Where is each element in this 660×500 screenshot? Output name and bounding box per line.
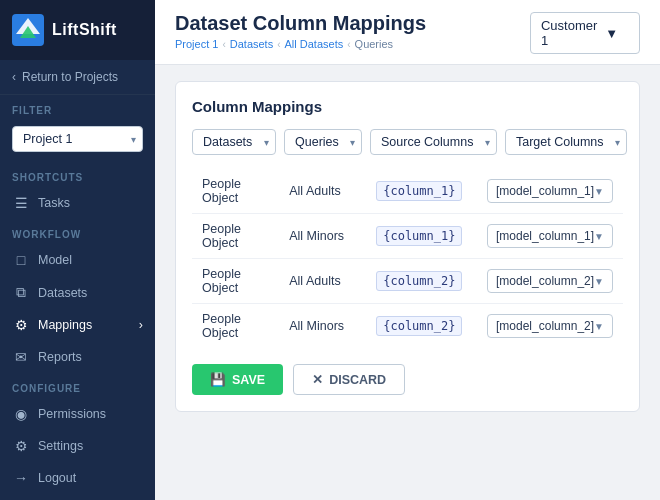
dataset-cell: People Object — [192, 304, 279, 349]
target-arrow-icon: ▼ — [594, 321, 604, 332]
query-cell: All Minors — [279, 304, 366, 349]
target-cell[interactable]: [model_column_1] ▼ — [477, 214, 623, 259]
content-area: Column Mappings Datasets Queries Source … — [155, 65, 660, 500]
breadcrumb-queries: Queries — [355, 38, 394, 50]
save-button[interactable]: 💾 SAVE — [192, 364, 283, 395]
logo-text: LiftShift — [52, 21, 117, 39]
permissions-icon: ◉ — [12, 406, 30, 422]
table-row: People Object All Adults {column_1} [mod… — [192, 169, 623, 214]
project-filter[interactable]: Project 1 — [0, 120, 155, 162]
target-arrow-icon: ▼ — [594, 186, 604, 197]
target-dropdown[interactable]: [model_column_1] ▼ — [487, 224, 613, 248]
filter-section-label: FILTER — [0, 95, 155, 120]
sidebar-item-settings[interactable]: ⚙ Settings — [0, 430, 155, 462]
discard-button[interactable]: ✕ DISCARD — [293, 364, 405, 395]
target-value: [model_column_2] — [496, 274, 594, 288]
main-content: Dataset Column Mappings Project 1 ‹ Data… — [155, 0, 660, 500]
target-cell[interactable]: [model_column_1] ▼ — [477, 169, 623, 214]
sidebar-logo: LiftShift — [0, 0, 155, 60]
model-icon: □ — [12, 252, 30, 268]
source-cell: {column_2} — [366, 304, 477, 349]
breadcrumb: Project 1 ‹ Datasets ‹ All Datasets ‹ Qu… — [175, 38, 426, 50]
breadcrumb-all-datasets[interactable]: All Datasets — [285, 38, 344, 50]
mappings-table: People Object All Adults {column_1} [mod… — [192, 169, 623, 348]
target-columns-filter[interactable]: Target Columns — [505, 129, 627, 155]
target-arrow-icon: ▼ — [594, 231, 604, 242]
settings-icon: ⚙ — [12, 438, 30, 454]
target-columns-select[interactable]: Target Columns — [506, 130, 626, 154]
target-cell[interactable]: [model_column_2] ▼ — [477, 259, 623, 304]
section-title: Column Mappings — [192, 98, 623, 115]
sidebar-item-permissions[interactable]: ◉ Permissions — [0, 398, 155, 430]
source-cell: {column_1} — [366, 169, 477, 214]
target-value: [model_column_1] — [496, 184, 594, 198]
target-dropdown[interactable]: [model_column_2] ▼ — [487, 269, 613, 293]
breadcrumb-project[interactable]: Project 1 — [175, 38, 218, 50]
liftshift-logo-icon — [12, 14, 44, 46]
breadcrumb-sep-3: ‹ — [347, 39, 350, 50]
target-value: [model_column_1] — [496, 229, 594, 243]
source-columns-filter[interactable]: Source Columns — [370, 129, 497, 155]
source-columns-select[interactable]: Source Columns — [371, 130, 496, 154]
page-header: Dataset Column Mappings Project 1 ‹ Data… — [155, 0, 660, 65]
shortcuts-section-label: SHORTCUTS — [0, 162, 155, 187]
column-mappings-card: Column Mappings Datasets Queries Source … — [175, 81, 640, 412]
breadcrumb-sep-2: ‹ — [277, 39, 280, 50]
sidebar-item-tasks[interactable]: ☰ Tasks — [0, 187, 155, 219]
target-dropdown[interactable]: [model_column_1] ▼ — [487, 179, 613, 203]
datasets-select[interactable]: Datasets — [193, 130, 275, 154]
target-cell[interactable]: [model_column_2] ▼ — [477, 304, 623, 349]
query-cell: All Minors — [279, 214, 366, 259]
query-cell: All Adults — [279, 169, 366, 214]
query-cell: All Adults — [279, 259, 366, 304]
sidebar-item-reports[interactable]: ✉ Reports — [0, 341, 155, 373]
filter-row: Datasets Queries Source Columns Target C… — [192, 129, 623, 155]
sidebar: LiftShift ‹ Return to Projects FILTER Pr… — [0, 0, 155, 500]
reports-icon: ✉ — [12, 349, 30, 365]
source-cell: {column_1} — [366, 214, 477, 259]
configure-section-label: CONFIGURE — [0, 373, 155, 398]
breadcrumb-sep-1: ‹ — [222, 39, 225, 50]
source-cell: {column_2} — [366, 259, 477, 304]
datasets-filter[interactable]: Datasets — [192, 129, 276, 155]
sidebar-item-datasets[interactable]: ⧉ Datasets — [0, 276, 155, 309]
customer-dropdown-arrow: ▼ — [605, 26, 629, 41]
target-arrow-icon: ▼ — [594, 276, 604, 287]
dataset-cell: People Object — [192, 214, 279, 259]
table-row: People Object All Adults {column_2} [mod… — [192, 259, 623, 304]
mappings-arrow-icon: › — [139, 318, 143, 332]
page-title: Dataset Column Mappings — [175, 12, 426, 35]
action-row: 💾 SAVE ✕ DISCARD — [192, 364, 623, 395]
datasets-icon: ⧉ — [12, 284, 30, 301]
save-icon: 💾 — [210, 372, 226, 387]
sidebar-item-logout[interactable]: → Logout — [0, 462, 155, 494]
back-arrow-icon: ‹ — [12, 70, 16, 84]
sidebar-item-mappings[interactable]: ⚙ Mappings › — [0, 309, 155, 341]
queries-filter[interactable]: Queries — [284, 129, 362, 155]
customer-dropdown-label: Customer 1 — [541, 18, 597, 48]
project-select[interactable]: Project 1 — [13, 127, 95, 151]
logout-icon: → — [12, 470, 30, 486]
breadcrumb-datasets[interactable]: Datasets — [230, 38, 273, 50]
tasks-icon: ☰ — [12, 195, 30, 211]
table-row: People Object All Minors {column_1} [mod… — [192, 214, 623, 259]
discard-icon: ✕ — [312, 372, 323, 387]
target-value: [model_column_2] — [496, 319, 594, 333]
queries-select[interactable]: Queries — [285, 130, 361, 154]
return-to-projects-button[interactable]: ‹ Return to Projects — [0, 60, 155, 95]
dataset-cell: People Object — [192, 259, 279, 304]
target-dropdown[interactable]: [model_column_2] ▼ — [487, 314, 613, 338]
workflow-section-label: WORKFLOW — [0, 219, 155, 244]
dataset-cell: People Object — [192, 169, 279, 214]
customer-dropdown[interactable]: Customer 1 ▼ — [530, 12, 640, 54]
mappings-icon: ⚙ — [12, 317, 30, 333]
sidebar-item-model[interactable]: □ Model — [0, 244, 155, 276]
table-row: People Object All Minors {column_2} [mod… — [192, 304, 623, 349]
